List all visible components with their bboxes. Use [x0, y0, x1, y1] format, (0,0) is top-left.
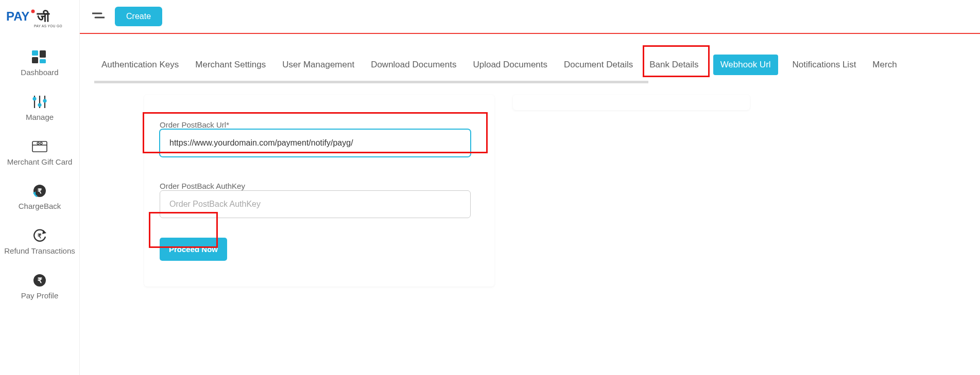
field-label: Order PostBack AuthKey [160, 182, 245, 190]
tab-document-details[interactable]: Document Details [562, 55, 635, 75]
sidebar: PAY जी PAY AS YOU GO Dashboard [0, 0, 80, 375]
postback-url-input[interactable] [160, 129, 471, 157]
proceed-button[interactable]: Proceed Now [160, 238, 227, 261]
svg-point-17 [40, 142, 42, 144]
field-label: Order PostBack Url* [160, 120, 229, 129]
svg-rect-5 [40, 50, 46, 58]
sidebar-item-label: Merchant Gift Card [3, 157, 76, 167]
svg-point-13 [43, 99, 46, 102]
tab-authentication-keys[interactable]: Authentication Keys [99, 55, 181, 75]
page-body: Order PostBack Url* Order PostBack AuthK… [94, 83, 980, 287]
svg-text:₹: ₹ [38, 187, 42, 195]
main-area: Create Authentication Keys Merchant Sett… [80, 0, 980, 375]
right-empty-card [513, 95, 750, 110]
sidebar-item-label: Dashboard [3, 68, 76, 78]
sidebar-item-label: Pay Profile [3, 291, 76, 301]
giftcard-icon [32, 141, 47, 152]
create-button[interactable]: Create [115, 7, 162, 26]
field-authkey: Order PostBack AuthKey [160, 182, 479, 218]
svg-point-12 [38, 103, 41, 106]
webhook-form-card: Order PostBack Url* Order PostBack AuthK… [144, 95, 494, 287]
svg-point-11 [32, 97, 36, 100]
sidebar-item-payprofile[interactable]: ₹ Pay Profile [0, 265, 79, 310]
brand-logo: PAY जी PAY AS YOU GO [4, 5, 75, 32]
sidebar-item-giftcard[interactable]: Merchant Gift Card [0, 132, 79, 176]
sidebar-item-refund[interactable]: ₹ Refund Transactions [0, 221, 79, 265]
svg-text:PAY AS YOU GO: PAY AS YOU GO [34, 24, 62, 28]
svg-rect-14 [32, 141, 47, 152]
refund-icon: ₹ [32, 228, 47, 243]
tab-merchant-more[interactable]: Merch [870, 55, 899, 75]
authkey-input[interactable] [160, 190, 471, 218]
chargeback-icon: ₹ [32, 183, 47, 199]
field-postback-url: Order PostBack Url* [160, 120, 479, 157]
sliders-icon [32, 95, 47, 109]
rupee-icon: ₹ [32, 273, 47, 288]
sidebar-item-label: Manage [3, 113, 76, 122]
svg-point-16 [37, 142, 39, 144]
svg-rect-4 [32, 50, 38, 56]
settings-tabs: Authentication Keys Merchant Settings Us… [94, 48, 980, 82]
svg-text:जी: जी [37, 10, 50, 25]
content-area: Authentication Keys Merchant Settings Us… [80, 34, 980, 375]
tabs-underline [94, 81, 648, 83]
sidebar-item-manage[interactable]: Manage [0, 87, 79, 132]
settings-tabs-wrap: Authentication Keys Merchant Settings Us… [94, 48, 980, 83]
sidebar-item-label: ChargeBack [3, 202, 76, 211]
svg-point-2 [31, 10, 35, 13]
svg-text:₹: ₹ [38, 276, 42, 284]
tab-upload-documents[interactable]: Upload Documents [471, 55, 549, 75]
dashboard-icon [32, 50, 47, 64]
menu-toggle-icon[interactable] [92, 11, 105, 22]
app-root: PAY जी PAY AS YOU GO Dashboard [0, 0, 980, 375]
svg-rect-6 [32, 57, 38, 63]
topbar: Create [80, 0, 980, 34]
tab-user-management[interactable]: User Management [280, 55, 356, 75]
sidebar-item-label: Refund Transactions [3, 246, 76, 256]
tab-merchant-settings[interactable]: Merchant Settings [193, 55, 268, 75]
tab-webhook-url[interactable]: Webhook Url [713, 55, 778, 75]
tab-bank-details[interactable]: Bank Details [647, 55, 700, 75]
tab-notifications-list[interactable]: Notifications List [790, 55, 858, 75]
sidebar-item-chargeback[interactable]: ₹ ChargeBack [0, 176, 79, 221]
tab-download-documents[interactable]: Download Documents [369, 55, 458, 75]
svg-text:PAY: PAY [6, 9, 29, 23]
sidebar-item-dashboard[interactable]: Dashboard [0, 42, 79, 87]
svg-rect-7 [40, 59, 46, 63]
payg-logo-icon: PAY जी PAY AS YOU GO [6, 8, 73, 29]
svg-text:₹: ₹ [38, 233, 42, 240]
